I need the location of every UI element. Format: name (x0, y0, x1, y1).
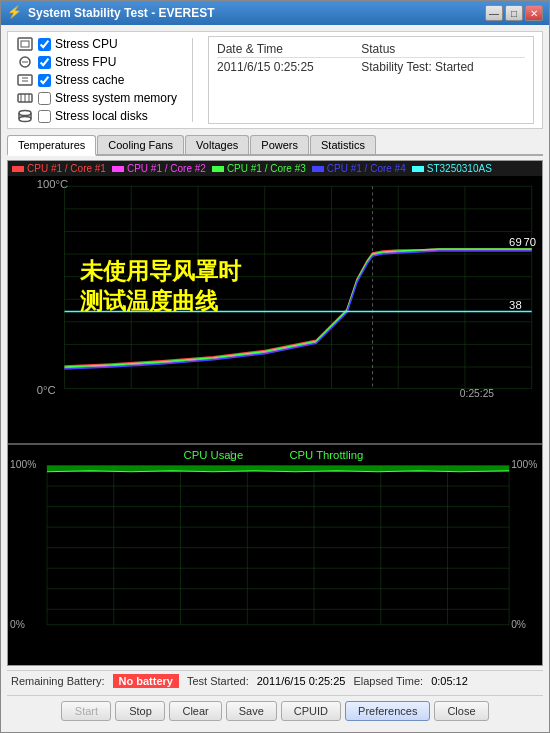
battery-label: Remaining Battery: (11, 675, 105, 687)
tab-temperatures[interactable]: Temperatures (7, 135, 96, 156)
legend-core2: CPU #1 / Core #2 (112, 163, 206, 174)
svg-text:测试温度曲线: 测试温度曲线 (80, 288, 219, 314)
charts-container: CPU #1 / Core #1 CPU #1 / Core #2 CPU #1… (7, 160, 543, 666)
svg-rect-19 (412, 166, 424, 172)
legend-core3-label: CPU #1 / Core #3 (227, 163, 306, 174)
preferences-button[interactable]: Preferences (345, 701, 430, 721)
svg-text:70: 70 (524, 236, 537, 248)
main-window: ⚡ System Stability Test - EVEREST — □ ✕ … (0, 0, 550, 733)
svg-text:CPU Usage: CPU Usage (184, 449, 244, 461)
legend-core4: CPU #1 / Core #4 (312, 163, 406, 174)
temperature-chart: CPU #1 / Core #1 CPU #1 / Core #2 CPU #1… (8, 161, 542, 443)
legend-hdd-label: ST3250310AS (427, 163, 492, 174)
svg-rect-15 (12, 166, 24, 172)
svg-text:69: 69 (509, 236, 522, 248)
close-window-button[interactable]: ✕ (525, 5, 543, 21)
memory-icon (16, 90, 34, 106)
svg-text:38: 38 (509, 299, 522, 311)
status-value: Stability Test: Started (361, 58, 525, 76)
svg-text:100%: 100% (10, 458, 36, 469)
status-header: Status (361, 41, 525, 58)
status-panel: Date & Time Status 2011/6/15 0:25:25 Sta… (208, 36, 534, 124)
svg-text:未使用导风罩时: 未使用导风罩时 (79, 259, 242, 284)
panel-divider (192, 38, 193, 122)
cpuid-button[interactable]: CPUID (281, 701, 341, 721)
stress-cache-label: Stress cache (55, 73, 124, 87)
test-started-label: Test Started: (187, 675, 249, 687)
stress-memory-checkbox[interactable] (38, 92, 51, 105)
svg-rect-18 (312, 166, 324, 172)
button-bar: Start Stop Clear Save CPUID Preferences … (7, 695, 543, 726)
cpu-chart-svg: CPU Usage | CPU Throttling 100% 0% 100% … (8, 445, 542, 635)
disk-icon (16, 108, 34, 124)
svg-rect-0 (18, 38, 32, 50)
title-bar: ⚡ System Stability Test - EVEREST — □ ✕ (1, 1, 549, 25)
svg-point-11 (19, 111, 31, 116)
temp-chart-area: 100°C 0°C (8, 176, 542, 397)
svg-text:0°C: 0°C (37, 384, 56, 396)
svg-text:100°C: 100°C (37, 178, 68, 190)
svg-text:CPU Throttling: CPU Throttling (289, 449, 363, 461)
svg-text:0:25:25: 0:25:25 (460, 388, 494, 397)
stress-cpu-item: Stress CPU (16, 36, 177, 52)
tab-statistics[interactable]: Statistics (310, 135, 376, 154)
tab-bar: Temperatures Cooling Fans Voltages Power… (7, 133, 543, 156)
tab-cooling[interactable]: Cooling Fans (97, 135, 184, 154)
svg-rect-1 (21, 41, 29, 47)
fpu-icon (16, 54, 34, 70)
legend-core1-label: CPU #1 / Core #1 (27, 163, 106, 174)
stress-cache-checkbox[interactable] (38, 74, 51, 87)
status-table: Date & Time Status 2011/6/15 0:25:25 Sta… (217, 41, 525, 75)
legend-core3: CPU #1 / Core #3 (212, 163, 306, 174)
app-icon: ⚡ (7, 5, 23, 21)
svg-rect-17 (212, 166, 224, 172)
legend-core2-label: CPU #1 / Core #2 (127, 163, 206, 174)
legend-core4-label: CPU #1 / Core #4 (327, 163, 406, 174)
stress-disks-item: Stress local disks (16, 108, 177, 124)
save-button[interactable]: Save (226, 701, 277, 721)
test-started-value: 2011/6/15 0:25:25 (257, 675, 346, 687)
elapsed-label: Elapsed Time: (353, 675, 423, 687)
temp-chart-svg: 100°C 0°C (8, 176, 542, 397)
stress-panel: Stress CPU Stress FPU Stress cache (7, 31, 543, 129)
legend-core1: CPU #1 / Core #1 (12, 163, 106, 174)
clear-button[interactable]: Clear (169, 701, 221, 721)
svg-text:100%: 100% (511, 458, 537, 469)
legend-hdd: ST3250310AS (412, 163, 492, 174)
start-button[interactable]: Start (61, 701, 111, 721)
stress-fpu-checkbox[interactable] (38, 56, 51, 69)
cpu-icon (16, 36, 34, 52)
stress-memory-label: Stress system memory (55, 91, 177, 105)
status-bar: Remaining Battery: No battery Test Start… (7, 670, 543, 691)
close-button[interactable]: Close (434, 701, 488, 721)
svg-text:0%: 0% (511, 618, 526, 629)
svg-point-14 (19, 117, 31, 122)
datetime-header: Date & Time (217, 41, 361, 58)
svg-rect-16 (112, 166, 124, 172)
svg-rect-48 (8, 445, 542, 635)
stress-options: Stress CPU Stress FPU Stress cache (16, 36, 177, 124)
stress-fpu-label: Stress FPU (55, 55, 116, 69)
svg-text:|: | (230, 449, 233, 461)
stress-cache-item: Stress cache (16, 72, 177, 88)
stress-fpu-item: Stress FPU (16, 54, 177, 70)
maximize-button[interactable]: □ (505, 5, 523, 21)
stress-disks-checkbox[interactable] (38, 110, 51, 123)
minimize-button[interactable]: — (485, 5, 503, 21)
svg-rect-4 (18, 75, 32, 85)
stop-button[interactable]: Stop (115, 701, 165, 721)
status-row: 2011/6/15 0:25:25 Stability Test: Starte… (217, 58, 525, 76)
tab-powers[interactable]: Powers (250, 135, 309, 154)
svg-text:0%: 0% (10, 618, 25, 629)
main-content: Stress CPU Stress FPU Stress cache (1, 25, 549, 732)
tab-voltages[interactable]: Voltages (185, 135, 249, 154)
datetime-value: 2011/6/15 0:25:25 (217, 58, 361, 76)
stress-cpu-checkbox[interactable] (38, 38, 51, 51)
cpu-usage-chart: CPU Usage | CPU Throttling 100% 0% 100% … (8, 445, 542, 665)
cache-icon (16, 72, 34, 88)
stress-cpu-label: Stress CPU (55, 37, 118, 51)
battery-value: No battery (113, 674, 179, 688)
elapsed-value: 0:05:12 (431, 675, 468, 687)
stress-memory-item: Stress system memory (16, 90, 177, 106)
stress-disks-label: Stress local disks (55, 109, 148, 123)
